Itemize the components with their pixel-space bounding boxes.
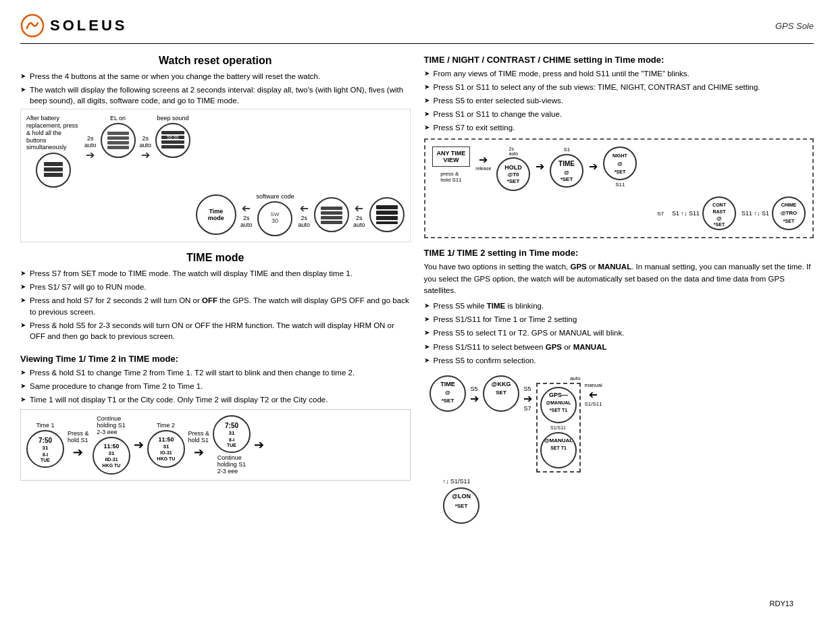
svg-text:@: @: [564, 169, 569, 176]
time12-bullet-5: Press S5 to confirm selection.: [424, 355, 814, 366]
svg-rect-15: [321, 207, 342, 210]
s11-label: S11: [615, 182, 625, 188]
reset-auto-4: auto: [298, 221, 310, 228]
arrow-r1: ➔: [73, 445, 83, 460]
svg-rect-4: [107, 132, 129, 135]
reset-auto-5: auto: [353, 221, 365, 228]
watch-reset-section: Watch reset operation Press the 4 button…: [20, 55, 411, 242]
svg-text:NIGHT: NIGHT: [613, 153, 628, 158]
svg-text:7:50: 7:50: [38, 437, 52, 444]
viewing-time-bullet-1: Press & hold S1 to change Time 2 from Ti…: [20, 367, 411, 378]
svg-text:CONT: CONT: [712, 203, 727, 207]
reset-col-all: [369, 197, 405, 232]
arrow-r2: ➔: [134, 437, 144, 452]
reset-arrow-left-1: ➔: [242, 202, 251, 215]
svg-text:@TRO: @TRO: [781, 210, 798, 216]
svg-rect-10: [161, 140, 184, 144]
reset-diagram: After battery replacement, press & hold …: [20, 109, 411, 242]
time-mode-bullets: Press S7 from SET mode to TIME mode. The…: [20, 268, 411, 342]
svg-text:TIME: TIME: [440, 381, 455, 387]
svg-text:*SET: *SET: [615, 169, 626, 174]
svg-text:SW: SW: [271, 211, 280, 217]
viewing-time-bullets: Press & hold S1 to change Time 2 from Ti…: [20, 367, 411, 405]
time12-bullets: Press S5 while TIME is blinking. Press S…: [424, 300, 814, 365]
reset-2s-4: 2s: [301, 215, 307, 221]
updown-label: ↑↓ S1/S11: [443, 478, 471, 485]
gps-t1-col: @KKG SET: [483, 375, 519, 412]
svg-text:CHIME: CHIME: [781, 203, 797, 207]
time-mode-title: TIME mode: [20, 252, 411, 264]
svg-rect-18: [321, 221, 342, 224]
svg-text:31: 31: [163, 444, 169, 450]
hold-col: 2sauto HOLD @T0 *SET: [496, 146, 530, 191]
reset-col-1: After battery replacement, press & hold …: [26, 115, 80, 188]
continue-label: Continueholding S12-3 eee: [97, 415, 126, 435]
time-nc-watch: TIME @ *SET: [550, 154, 583, 188]
svg-text:GPS—: GPS—: [548, 392, 567, 398]
auto-label: auto: [570, 375, 581, 381]
s1-s11-label: S1 ↑↓ S11: [672, 210, 700, 217]
reset-2s-3: 2s: [243, 215, 250, 221]
nc-arrow-3: ➔: [589, 160, 598, 173]
s11-s1-label: S11 ↑↓ S1: [741, 210, 769, 217]
svg-text:@: @: [617, 161, 623, 167]
svg-text:30: 30: [271, 217, 278, 224]
svg-text:7:50: 7:50: [225, 422, 238, 429]
reset-watch-beep: 55 55: [155, 123, 190, 158]
time-mode-bullet-1: Press S7 from SET mode to TIME mode. The…: [20, 268, 411, 279]
svg-text:HKG TU: HKG TU: [157, 456, 175, 461]
reset-auto-2: auto: [140, 142, 152, 149]
press-hold-label2: Press &hold S1: [188, 430, 210, 444]
tncc-bullet-1: From any views of TIME mode, press and h…: [424, 68, 814, 79]
svg-rect-19: [376, 205, 398, 209]
press-hold-col2: Press &hold S1 ➔: [188, 430, 210, 460]
svg-rect-1: [44, 162, 63, 166]
gps-time-watch: TIME @ *SET: [429, 375, 466, 412]
night-watch: NIGHT @ *SET: [603, 146, 637, 180]
time12-bullet-3: Press S5 to select T1 or T2. GPS or MANU…: [424, 327, 814, 338]
time-nc-col: S1 TIME @ *SET: [550, 146, 583, 188]
reset-arrow-left-2: ➔: [300, 202, 309, 215]
time1-watch: 7:50 31 II-I TUE: [26, 430, 64, 468]
contrast-watch: CONT RAST @ *SET: [702, 196, 736, 230]
time-mode-bullet-3: Press and hold S7 for 2 seconds 2 will t…: [20, 295, 411, 317]
page-number: RDY13: [770, 599, 793, 608]
gps-auto-col: auto GPS— @MANUAL *SET T1 S1/S11: [536, 375, 581, 473]
reset-beep-label: beep sound: [157, 115, 189, 122]
arrow-r3: ➔: [194, 445, 204, 460]
right-column: TIME / NIGHT / CONTRAST / CHIME setting …: [424, 55, 814, 529]
time2-col: Time 2 11:50 31 IO-31 HKG TU: [147, 422, 185, 468]
tncc-title: TIME / NIGHT / CONTRAST / CHIME setting …: [424, 55, 814, 65]
svg-text:TIME: TIME: [558, 160, 575, 167]
gps-arrow-1: ➔: [470, 392, 479, 405]
svg-rect-11: [161, 145, 184, 149]
s1-label: S1: [563, 146, 570, 153]
reset-watch-el: [101, 123, 136, 158]
watch-reset-bullet-2: The watch will display the following scr…: [20, 84, 411, 106]
svg-rect-17: [321, 216, 342, 219]
tncc-bullet-4: Press S1 or S11 to change the value.: [424, 109, 814, 119]
svg-text:31: 31: [108, 450, 114, 456]
2s-auto-label: 2sauto: [509, 146, 519, 156]
reset-watch-all: [369, 197, 405, 232]
soleus-logo-icon: [20, 14, 45, 38]
svg-text:*SET: *SET: [441, 398, 454, 404]
reset-2s-2: 2s: [142, 135, 149, 142]
gps-auto-watch: GPS— @MANUAL *SET T1: [540, 387, 577, 423]
arrow-col3: ➔: [254, 437, 264, 452]
time1-col: Time 1 7:50 31 II-I TUE: [26, 422, 64, 468]
watch-reset-title: Watch reset operation: [20, 55, 411, 67]
svg-text:31: 31: [229, 430, 235, 436]
time2-watch: 11:50 31 IO-31 HKG TU: [147, 430, 185, 468]
chime-watch: CHIME @TRO *SET: [772, 196, 806, 230]
gps-s7: S7: [523, 405, 531, 412]
reset-arrow-left-3: ➔: [355, 202, 363, 215]
reset-col-sw: software code SW 30: [256, 193, 294, 236]
svg-text:@: @: [445, 390, 450, 396]
tncc-bullets: From any views of TIME mode, press and h…: [424, 68, 814, 133]
hold-watch: HOLD @T0 *SET: [496, 157, 530, 191]
manual-label: manual: [585, 382, 602, 388]
time12-title: TIME 1/ TIME 2 setting in Time mode:: [424, 248, 814, 258]
gps-arrow-left: ➔: [589, 388, 598, 401]
time1-label: Time 1: [36, 422, 54, 429]
